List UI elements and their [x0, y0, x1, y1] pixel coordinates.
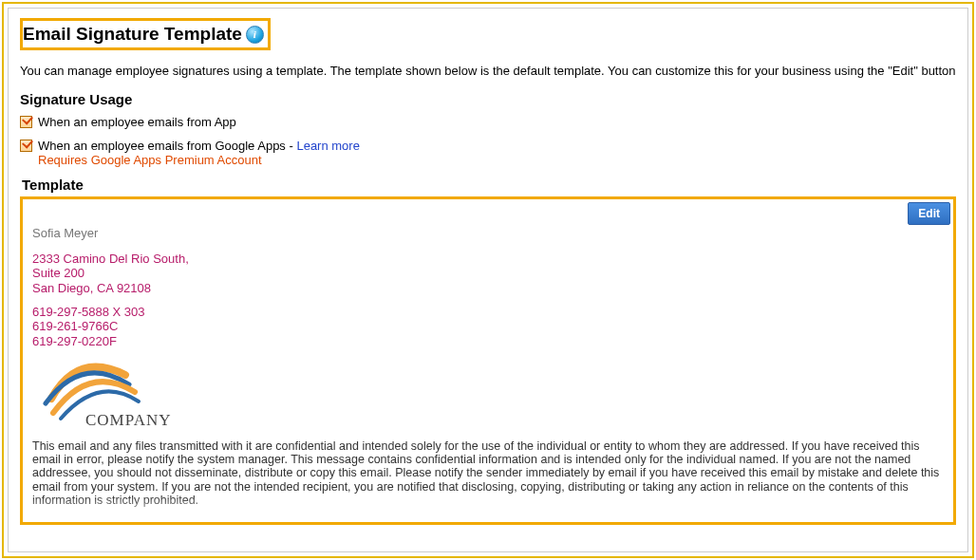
learn-more-link[interactable]: Learn more	[296, 139, 359, 153]
usage-option-app: When an employee emails from App	[20, 115, 956, 129]
premium-required-note: Requires Google Apps Premium Account	[38, 153, 360, 167]
usage-option-google: When an employee emails from Google Apps…	[20, 139, 956, 167]
info-icon[interactable]	[246, 26, 264, 44]
signature-address: 2333 Camino Del Rio South, Suite 200 San…	[32, 252, 944, 295]
lead-text: You can manage employee signatures using…	[20, 64, 956, 78]
edit-button[interactable]: Edit	[908, 202, 950, 225]
address-line-1: 2333 Camino Del Rio South,	[32, 252, 944, 266]
signature-usage-heading: Signature Usage	[20, 91, 956, 107]
page-title: Email Signature Template	[23, 21, 244, 47]
address-line-3: San Diego, CA 92108	[32, 281, 944, 295]
panel: Email Signature Template You can manage …	[8, 8, 968, 552]
signature-phones: 619-297-5888 X 303 619-261-9766C 619-297…	[32, 305, 944, 348]
checkbox-google[interactable]	[20, 140, 32, 152]
page-frame: Email Signature Template You can manage …	[0, 0, 976, 560]
address-line-2: Suite 200	[32, 266, 944, 280]
usage-option-app-label: When an employee emails from App	[38, 115, 236, 129]
phone-cell: 619-261-9766C	[32, 319, 944, 333]
signature-name: Sofia Meyer	[32, 226, 944, 240]
phone-main: 619-297-5888 X 303	[32, 305, 944, 319]
signature-disclaimer: This email and any files transmitted wit…	[32, 439, 944, 507]
title-highlight-box: Email Signature Template	[20, 18, 271, 50]
usage-option-google-prefix: When an employee emails from Google Apps…	[38, 139, 296, 153]
company-logo-text: COMPANY	[85, 411, 171, 430]
template-heading: Template	[22, 177, 956, 193]
company-logo: COMPANY	[32, 350, 184, 438]
template-preview-box: Edit Sofia Meyer 2333 Camino Del Rio Sou…	[20, 196, 956, 525]
outer-highlight-border: Email Signature Template You can manage …	[2, 2, 974, 558]
checkbox-app[interactable]	[20, 116, 32, 128]
